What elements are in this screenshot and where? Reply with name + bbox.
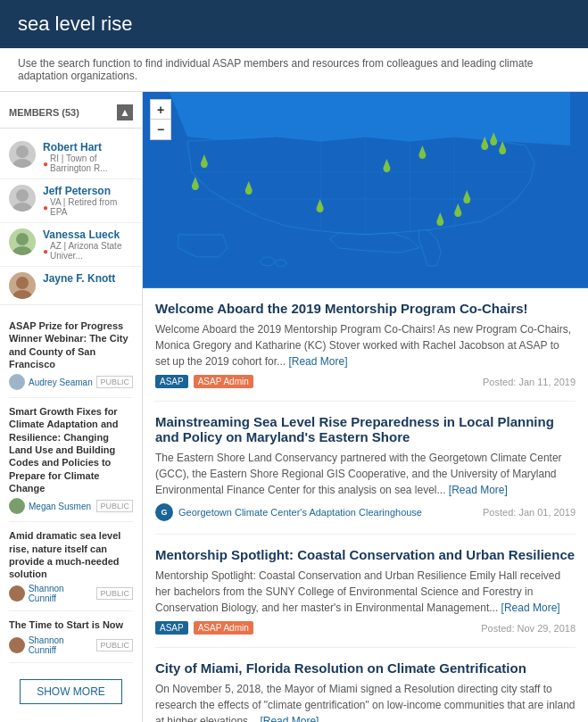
- resource-meta: Megan Susmen PUBLIC: [9, 498, 133, 514]
- list-item[interactable]: Jeff Peterson ● VA | Retired from EPA: [0, 179, 142, 223]
- post-title[interactable]: Welcome Aboard the 2019 Mentorship Progr…: [155, 301, 576, 316]
- page-title: sea level rise: [18, 12, 570, 36]
- content-area: + − Welcome Aboard the 2019 Mentorship P…: [143, 92, 588, 722]
- resource-meta: Audrey Seaman PUBLIC: [9, 374, 133, 390]
- resource-author[interactable]: Megan Susmen: [29, 502, 91, 511]
- svg-point-16: [276, 260, 286, 267]
- posted-date: Posted: Jan 11, 2019: [483, 377, 576, 387]
- location-pin-icon: ●: [43, 159, 48, 169]
- avatar: [9, 185, 36, 212]
- list-item[interactable]: Jayne F. Knott: [0, 267, 142, 305]
- avatar: [9, 585, 25, 602]
- resource-title[interactable]: The Time to Start is Now: [9, 618, 133, 631]
- resource-title[interactable]: Amid dramatic sea level rise, nature its…: [9, 529, 133, 580]
- avatar: [9, 498, 25, 514]
- avatar: [9, 374, 25, 390]
- sidebar-divider: [0, 128, 142, 129]
- resource-author[interactable]: Shannon Cunniff: [29, 635, 94, 655]
- svg-point-0: [16, 145, 29, 158]
- add-member-icon[interactable]: ▲: [117, 104, 133, 120]
- public-badge: PUBLIC: [96, 500, 133, 512]
- svg-point-3: [12, 203, 32, 212]
- resource-meta: Shannon Cunniff PUBLIC: [9, 635, 133, 655]
- post-title[interactable]: Mainstreaming Sea Level Rise Preparednes…: [155, 414, 576, 444]
- post-item: City of Miami, Florida Resolution on Cli…: [155, 648, 576, 722]
- avatar: [9, 272, 36, 299]
- asap-admin-tag: ASAP Admin: [194, 621, 253, 635]
- read-more-link[interactable]: [Read More]: [449, 484, 508, 496]
- public-badge: PUBLIC: [96, 587, 133, 600]
- map-svg: [143, 92, 588, 288]
- post-excerpt: Welcome Aboard the 2019 Mentorship Progr…: [155, 321, 576, 369]
- posted-date: Posted: Nov 29, 2018: [481, 623, 576, 634]
- post-title[interactable]: City of Miami, Florida Resolution on Cli…: [155, 660, 576, 676]
- member-name[interactable]: Jayne F. Knott: [43, 272, 133, 285]
- avatar: [9, 637, 25, 653]
- read-more-link[interactable]: [Read More]: [288, 355, 347, 368]
- list-item: Smart Growth Fixes for Climate Adaptatio…: [9, 398, 133, 522]
- read-more-link[interactable]: [Read More]: [260, 715, 319, 722]
- resources-list: ASAP Prize for Progress Winner Webinar: …: [0, 305, 142, 670]
- map-controls: + −: [150, 99, 171, 140]
- member-info: Vanessa Lueck ● AZ | Arizona State Unive…: [43, 228, 133, 261]
- member-name[interactable]: Vanessa Lueck: [43, 228, 133, 241]
- public-badge: PUBLIC: [96, 639, 133, 651]
- map-container: + −: [143, 92, 588, 288]
- post-item: Mentorship Spotlight: Coastal Conservati…: [155, 535, 576, 648]
- zoom-in-button[interactable]: +: [151, 100, 170, 120]
- member-location: ● AZ | Arizona State Univer...: [43, 241, 133, 261]
- post-meta: ASAP ASAP Admin Posted: Jan 11, 2019: [155, 375, 576, 388]
- post-meta: G Georgetown Climate Center's Adaptation…: [155, 503, 576, 521]
- post-item: Welcome Aboard the 2019 Mentorship Progr…: [155, 288, 576, 402]
- main-container: MEMBERS (53) ▲ Robert Hart ● RI | Town o…: [0, 92, 588, 722]
- public-badge: PUBLIC: [96, 376, 133, 388]
- list-item: ASAP Prize for Progress Winner Webinar: …: [9, 312, 133, 398]
- member-location: ● RI | Town of Barrington R...: [43, 154, 133, 173]
- post-excerpt: On November 5, 2018, the Mayor of Miami …: [155, 681, 576, 722]
- members-count-label: MEMBERS (53): [9, 107, 79, 118]
- avatar: [9, 228, 36, 255]
- post-title[interactable]: Mentorship Spotlight: Coastal Conservati…: [155, 547, 576, 562]
- list-item[interactable]: Vanessa Lueck ● AZ | Arizona State Unive…: [0, 223, 142, 267]
- resource-author[interactable]: Audrey Seaman: [29, 378, 93, 387]
- svg-point-1: [12, 159, 32, 168]
- member-name[interactable]: Robert Hart: [43, 141, 133, 154]
- location-pin-icon: ●: [43, 246, 48, 256]
- org-tag[interactable]: Georgetown Climate Center's Adaptation C…: [178, 507, 422, 518]
- svg-point-15: [261, 257, 275, 266]
- post-excerpt: Mentorship Spotlight: Coastal Conservati…: [155, 568, 576, 616]
- resource-author[interactable]: Shannon Cunniff: [29, 584, 94, 603]
- member-info: Jeff Peterson ● VA | Retired from EPA: [43, 185, 133, 217]
- resource-title[interactable]: ASAP Prize for Progress Winner Webinar: …: [9, 320, 133, 370]
- posted-date: Posted: Jan 01, 2019: [483, 507, 576, 518]
- list-item: Amid dramatic sea level rise, nature its…: [9, 522, 133, 611]
- svg-point-6: [16, 277, 29, 289]
- member-info: Jayne F. Knott: [43, 272, 133, 285]
- list-item: The Time to Start is Now Shannon Cunniff…: [9, 611, 133, 662]
- page-header: sea level rise: [0, 0, 588, 48]
- asap-tag: ASAP: [155, 375, 188, 388]
- subtitle: Use the search function to find individu…: [0, 48, 588, 92]
- resource-meta: Shannon Cunniff PUBLIC: [9, 584, 133, 603]
- posts-area: Welcome Aboard the 2019 Mentorship Progr…: [143, 288, 588, 722]
- read-more-link[interactable]: [Read More]: [501, 602, 560, 614]
- resource-title[interactable]: Smart Growth Fixes for Climate Adaptatio…: [9, 405, 133, 494]
- org-logo: G: [155, 503, 173, 521]
- svg-point-7: [12, 290, 32, 299]
- post-item: Mainstreaming Sea Level Rise Preparednes…: [155, 402, 576, 535]
- members-header: MEMBERS (53) ▲: [0, 101, 142, 128]
- svg-point-2: [16, 189, 29, 202]
- svg-point-5: [12, 246, 32, 255]
- show-more-button[interactable]: SHOW MORE: [20, 679, 122, 704]
- member-name[interactable]: Jeff Peterson: [43, 185, 133, 197]
- member-location: ● VA | Retired from EPA: [43, 197, 133, 217]
- zoom-out-button[interactable]: −: [151, 120, 170, 139]
- svg-point-4: [16, 233, 29, 245]
- sidebar: MEMBERS (53) ▲ Robert Hart ● RI | Town o…: [0, 92, 143, 722]
- post-meta: ASAP ASAP Admin Posted: Nov 29, 2018: [155, 621, 576, 635]
- location-pin-icon: ●: [43, 203, 48, 212]
- asap-tag: ASAP: [155, 621, 188, 635]
- post-excerpt: The Eastern Shore Land Conservancy partn…: [155, 450, 576, 498]
- avatar: [9, 141, 36, 168]
- list-item[interactable]: Robert Hart ● RI | Town of Barrington R.…: [0, 136, 142, 179]
